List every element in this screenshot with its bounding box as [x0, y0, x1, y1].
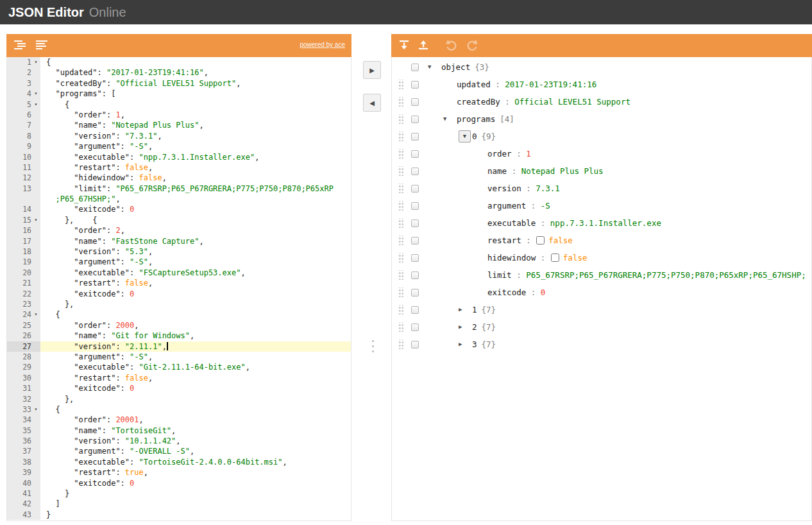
- code-text[interactable]: {: [40, 99, 351, 110]
- code-text[interactable]: "argument": "-S",: [40, 141, 351, 151]
- code-text[interactable]: },: [40, 299, 351, 309]
- code-text[interactable]: "order": 1,: [40, 110, 351, 120]
- actions-menu-button[interactable]: [411, 271, 419, 279]
- code-line-22[interactable]: 22 "exitcode": 0: [7, 289, 351, 299]
- code-text[interactable]: "restart": false,: [40, 278, 351, 288]
- actions-menu-button[interactable]: [411, 323, 419, 331]
- code-text[interactable]: }: [40, 488, 351, 499]
- code-line-33[interactable]: 33▾ {: [7, 404, 351, 415]
- boolean-checkbox[interactable]: [536, 236, 545, 245]
- code-text[interactable]: "hidewindow": false,: [40, 173, 351, 183]
- drag-handle-icon[interactable]: [398, 218, 404, 228]
- code-text[interactable]: "argument": "-S",: [40, 257, 351, 267]
- code-text[interactable]: "argument": "-S",: [40, 352, 351, 362]
- copy-to-right-button[interactable]: ▶: [363, 61, 381, 79]
- tree-value[interactable]: false: [563, 253, 588, 262]
- actions-menu-button[interactable]: [411, 64, 419, 71]
- code-text[interactable]: {: [40, 57, 351, 67]
- code-line-1[interactable]: 1▾{: [7, 57, 351, 67]
- collapse-node-icon[interactable]: ▼: [443, 116, 446, 122]
- code-line-6[interactable]: 6 "order": 1,: [7, 110, 351, 120]
- code-text[interactable]: }: [40, 510, 351, 520]
- fold-icon[interactable]: ▾: [31, 309, 40, 320]
- code-text[interactable]: "executable": "npp.7.3.1.Installer.exe",: [40, 152, 351, 162]
- code-text[interactable]: "order": 2000,: [40, 320, 351, 331]
- collapse-node-icon[interactable]: ▼: [463, 133, 466, 139]
- code-text[interactable]: }, {: [40, 215, 351, 225]
- code-line-14[interactable]: 14 "exitcode": 0: [7, 204, 351, 214]
- code-line-30[interactable]: 30 "restart": false,: [7, 373, 351, 383]
- code-line-34[interactable]: 34 "order": 20001,: [7, 415, 351, 425]
- code-line-4[interactable]: 4▾ "programs": [: [7, 89, 351, 99]
- expand-node-icon[interactable]: ▶: [459, 324, 462, 330]
- code-line-25[interactable]: 25 "order": 2000,: [7, 320, 351, 331]
- tree-value[interactable]: false: [548, 236, 573, 245]
- actions-menu-button[interactable]: [411, 289, 419, 297]
- expand-toggle-button[interactable]: ▼: [459, 130, 471, 142]
- code-line-41[interactable]: 41 }: [7, 488, 351, 499]
- tree-field[interactable]: name: [487, 166, 507, 176]
- code-text[interactable]: "version": "7.3.1",: [40, 131, 351, 141]
- undo-button[interactable]: [444, 39, 459, 53]
- code-text[interactable]: "exitcode": 0: [40, 204, 351, 214]
- drag-handle-icon[interactable]: [398, 166, 404, 176]
- actions-menu-button[interactable]: [411, 202, 419, 210]
- drag-handle-icon[interactable]: [398, 236, 404, 245]
- actions-menu-button[interactable]: [411, 185, 419, 193]
- code-line-27[interactable]: 27 "version": "2.11.1",: [7, 341, 351, 352]
- code-line-11[interactable]: 11 "restart": false,: [7, 162, 351, 173]
- code-line-8[interactable]: 8 "version": "7.3.1",: [7, 131, 351, 141]
- fold-icon[interactable]: ▾: [31, 404, 40, 415]
- code-line-37[interactable]: 37 "argument": "-OVERALL -S",: [7, 446, 351, 456]
- tree-field[interactable]: 1: [472, 305, 477, 314]
- code-text[interactable]: "version": "10.1.1.42",: [40, 436, 351, 446]
- actions-menu-button[interactable]: [411, 98, 419, 106]
- tree-field[interactable]: updated: [457, 80, 491, 89]
- actions-menu-button[interactable]: [411, 150, 419, 158]
- powered-by-ace-link[interactable]: powered by ace: [300, 41, 345, 48]
- code-editor[interactable]: 1▾{2 "updated": "2017-01-23T19:41:16",3 …: [7, 57, 351, 521]
- tree-field[interactable]: 3: [472, 340, 477, 349]
- code-line-35[interactable]: 35 "name": "TortoiseGit",: [7, 426, 351, 436]
- expand-all-button[interactable]: [398, 39, 410, 53]
- fold-icon[interactable]: ▾: [31, 89, 40, 99]
- code-text[interactable]: "restart": true,: [40, 467, 351, 478]
- splitter-handle[interactable]: [370, 340, 375, 356]
- expand-node-icon[interactable]: ▶: [459, 341, 462, 347]
- code-line-39[interactable]: 39 "restart": true,: [7, 467, 351, 478]
- drag-handle-icon[interactable]: [398, 114, 404, 124]
- fold-icon[interactable]: ▾: [31, 57, 40, 67]
- tree-field[interactable]: restart: [487, 236, 521, 245]
- code-line-17[interactable]: 17 "name": "FastStone Capture",: [7, 236, 351, 246]
- tree-value[interactable]: 1: [526, 149, 531, 159]
- code-text[interactable]: },: [40, 394, 351, 404]
- tree-field[interactable]: version: [487, 184, 521, 193]
- code-line-20[interactable]: 20 "executable": "FSCaptureSetup53.exe",: [7, 268, 351, 278]
- code-text[interactable]: {: [40, 309, 351, 320]
- code-line-16[interactable]: 16 "order": 2,: [7, 225, 351, 236]
- code-text[interactable]: "executable": "FSCaptureSetup53.exe",: [40, 268, 351, 278]
- code-text[interactable]: ]: [40, 499, 351, 509]
- collapse-all-button[interactable]: [417, 39, 430, 53]
- code-line-9[interactable]: 9 "argument": "-S",: [7, 141, 351, 151]
- code-text[interactable]: "exitcode": 0: [40, 289, 351, 299]
- tree-value[interactable]: npp.7.3.1.Installer.exe: [550, 218, 661, 228]
- drag-handle-icon[interactable]: [398, 340, 404, 349]
- copy-to-left-button[interactable]: ◀: [363, 94, 381, 112]
- actions-menu-button[interactable]: [411, 81, 419, 89]
- code-text[interactable]: "updated": "2017-01-23T19:41:16",: [40, 67, 351, 78]
- drag-handle-icon[interactable]: [398, 305, 404, 314]
- tree-field[interactable]: limit: [487, 270, 512, 280]
- actions-menu-button[interactable]: [411, 306, 419, 314]
- tree-field[interactable]: executable: [487, 218, 536, 228]
- drag-handle-icon[interactable]: [398, 97, 404, 107]
- tree-value[interactable]: 2017-01-23T19:41:16: [505, 80, 596, 89]
- code-line-19[interactable]: 19 "argument": "-S",: [7, 257, 351, 267]
- tree-value[interactable]: -S: [541, 201, 550, 211]
- fold-icon[interactable]: ▾: [31, 215, 40, 225]
- drag-handle-icon[interactable]: [398, 270, 404, 280]
- tree-value[interactable]: Notepad Plus Plus: [521, 166, 604, 176]
- code-line-15[interactable]: 15▾ }, {: [7, 215, 351, 225]
- drag-handle-icon[interactable]: [398, 322, 404, 332]
- code-text[interactable]: "createdBy": "Official LEVEL51 Support",: [40, 78, 351, 89]
